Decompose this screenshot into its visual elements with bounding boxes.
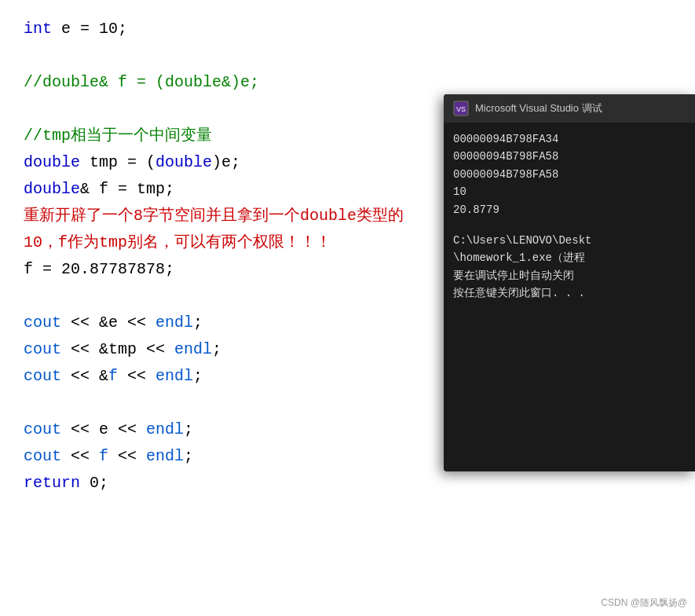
- terminal-body: 00000094B798FA34 00000094B798FA58 000000…: [444, 123, 695, 310]
- terminal-output-1: 00000094B798FA34: [453, 130, 686, 148]
- watermark: CSDN @随风飘扬@: [601, 596, 687, 610]
- vs-icon: VS: [453, 101, 469, 116]
- code-line-2: //double& f = (double&)e;: [24, 69, 671, 96]
- terminal-title: Microsoft Visual Studio 调试: [475, 101, 602, 116]
- svg-text:VS: VS: [456, 105, 466, 113]
- terminal-output-4: 10: [453, 183, 686, 200]
- code-line-14: return 0;: [24, 470, 671, 497]
- terminal-footer-1: C:\Users\LENOVO\Deskt: [453, 232, 686, 249]
- terminal-footer-4: 按任意键关闭此窗口. . .: [453, 284, 686, 302]
- terminal-output-5: 20.8779: [453, 201, 686, 218]
- terminal-titlebar: VS Microsoft Visual Studio 调试: [444, 94, 695, 123]
- blank-line-1: [24, 42, 671, 69]
- terminal-window: VS Microsoft Visual Studio 调试 00000094B7…: [444, 94, 695, 471]
- terminal-footer-3: 要在调试停止时自动关闭: [453, 267, 686, 284]
- terminal-output-2: 00000094B798FA58: [453, 148, 686, 165]
- code-line-1: int e = 10;: [24, 16, 671, 42]
- terminal-footer-2: \homework_1.exe（进程: [453, 249, 686, 266]
- terminal-output-3: 00000094B798FA58: [453, 166, 686, 183]
